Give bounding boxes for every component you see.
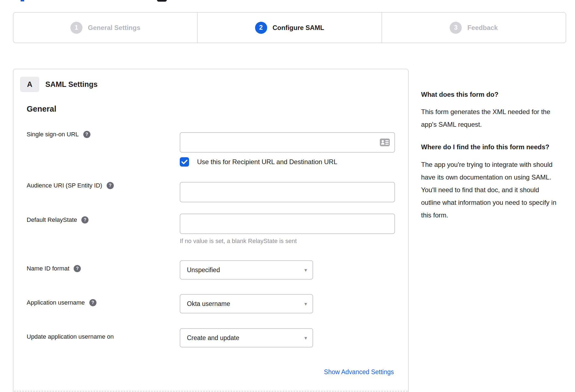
relaystate-label-text: Default RelayState	[27, 216, 77, 223]
relaystate-input[interactable]	[180, 214, 395, 234]
check-icon	[181, 159, 187, 164]
cropped-toggle-fragment	[157, 0, 167, 2]
general-section-heading: General	[27, 104, 56, 114]
panel-title: SAML Settings	[45, 80, 98, 89]
audience-uri-help-icon[interactable]: ?	[107, 182, 114, 189]
saml-settings-panel: A SAML Settings General Single sign-on U…	[13, 69, 409, 392]
relaystate-label: Default RelayState ?	[27, 216, 89, 223]
update-username-select[interactable]: Create and update ▾	[180, 328, 313, 347]
sidebar-body-what: This form generates the XML needed for t…	[421, 106, 557, 131]
chevron-down-icon: ▾	[304, 335, 307, 341]
name-id-format-help-icon[interactable]: ?	[74, 265, 81, 272]
name-id-format-value: Unspecified	[187, 266, 220, 274]
update-username-label-text: Update application username on	[27, 333, 114, 340]
application-username-help-icon[interactable]: ?	[89, 299, 96, 306]
relaystate-help-icon[interactable]: ?	[81, 216, 89, 223]
step-general-settings[interactable]: 1 General Settings	[13, 13, 197, 43]
step-1-label: General Settings	[88, 24, 140, 32]
name-id-format-label: Name ID format ?	[27, 265, 81, 272]
step-2-label: Configure SAML	[273, 24, 324, 32]
sidebar-heading-where: Where do I find the info this form needs…	[421, 142, 557, 152]
application-username-label: Application username ?	[27, 299, 96, 306]
sso-url-label: Single sign-on URL ?	[27, 131, 90, 138]
relaystate-hint: If no value is set, a blank RelayState i…	[180, 238, 297, 245]
name-id-format-label-text: Name ID format	[27, 265, 69, 272]
step-feedback[interactable]: 3 Feedback	[382, 13, 566, 43]
configure-saml-page: 1 General Settings 2 Configure SAML 3 Fe…	[0, 0, 575, 392]
name-id-format-select[interactable]: Unspecified ▾	[180, 260, 313, 280]
section-a-badge: A	[20, 77, 39, 92]
step-configure-saml[interactable]: 2 Configure SAML	[197, 13, 381, 43]
sidebar-body-where: The app you're trying to integrate with …	[421, 158, 557, 222]
wizard-stepper: 1 General Settings 2 Configure SAML 3 Fe…	[13, 12, 566, 43]
step-2-number: 2	[255, 22, 267, 34]
cropped-logo-fragment	[21, 0, 24, 1]
sidebar-heading-what: What does this form do?	[421, 89, 557, 100]
step-1-number: 1	[70, 22, 82, 34]
chevron-down-icon: ▾	[304, 301, 307, 307]
step-3-number: 3	[450, 22, 462, 34]
audience-uri-label-text: Audience URI (SP Entity ID)	[27, 182, 102, 189]
panel-dashed-divider	[14, 391, 408, 391]
application-username-label-text: Application username	[27, 299, 85, 306]
recipient-url-checkbox[interactable]	[180, 157, 189, 167]
sso-url-input[interactable]	[180, 132, 395, 153]
audience-uri-label: Audience URI (SP Entity ID) ?	[27, 182, 114, 189]
recipient-url-checkbox-label[interactable]: Use this for Recipient URL and Destinati…	[197, 158, 337, 166]
sso-url-label-text: Single sign-on URL	[27, 131, 79, 138]
show-advanced-settings-link[interactable]: Show Advanced Settings	[324, 368, 394, 376]
application-username-select[interactable]: Okta username ▾	[180, 294, 313, 313]
update-username-value: Create and update	[187, 334, 239, 342]
update-username-label: Update application username on	[27, 333, 114, 340]
sso-url-help-icon[interactable]: ?	[83, 131, 90, 138]
chevron-down-icon: ▾	[304, 267, 307, 273]
audience-uri-input[interactable]	[180, 182, 395, 202]
sso-url-input-wrap	[180, 132, 395, 153]
application-username-value: Okta username	[187, 300, 230, 308]
step-3-label: Feedback	[467, 24, 498, 32]
help-sidebar: What does this form do? This form genera…	[421, 89, 557, 233]
